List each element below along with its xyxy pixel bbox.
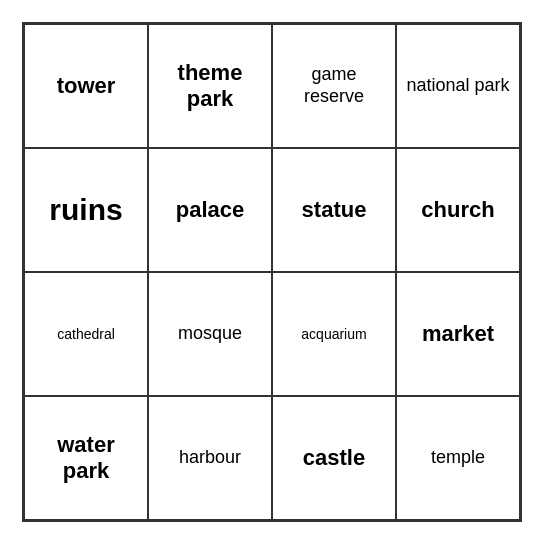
cell-label-palace: palace — [176, 197, 245, 223]
cell-label-ruins: ruins — [49, 192, 122, 228]
cell-label-market: market — [422, 321, 494, 347]
cell-palace: palace — [148, 148, 272, 272]
cell-cathedral: cathedral — [24, 272, 148, 396]
cell-ruins: ruins — [24, 148, 148, 272]
cell-game-reserve: game reserve — [272, 24, 396, 148]
cell-theme-park: theme park — [148, 24, 272, 148]
cell-church: church — [396, 148, 520, 272]
cell-water-park: water park — [24, 396, 148, 520]
cell-label-theme-park: theme park — [157, 60, 263, 113]
cell-mosque: mosque — [148, 272, 272, 396]
cell-market: market — [396, 272, 520, 396]
cell-acquarium: acquarium — [272, 272, 396, 396]
bingo-grid: towertheme parkgame reservenational park… — [22, 22, 522, 522]
cell-label-national-park: national park — [406, 75, 509, 97]
cell-label-acquarium: acquarium — [301, 326, 366, 343]
cell-label-statue: statue — [302, 197, 367, 223]
cell-label-church: church — [421, 197, 494, 223]
cell-label-water-park: water park — [33, 432, 139, 485]
cell-label-mosque: mosque — [178, 323, 242, 345]
cell-national-park: national park — [396, 24, 520, 148]
cell-harbour: harbour — [148, 396, 272, 520]
cell-label-temple: temple — [431, 447, 485, 469]
cell-label-tower: tower — [57, 73, 116, 99]
cell-temple: temple — [396, 396, 520, 520]
cell-label-game-reserve: game reserve — [281, 64, 387, 107]
cell-label-cathedral: cathedral — [57, 326, 115, 343]
cell-statue: statue — [272, 148, 396, 272]
cell-label-castle: castle — [303, 445, 365, 471]
cell-label-harbour: harbour — [179, 447, 241, 469]
cell-tower: tower — [24, 24, 148, 148]
cell-castle: castle — [272, 396, 396, 520]
